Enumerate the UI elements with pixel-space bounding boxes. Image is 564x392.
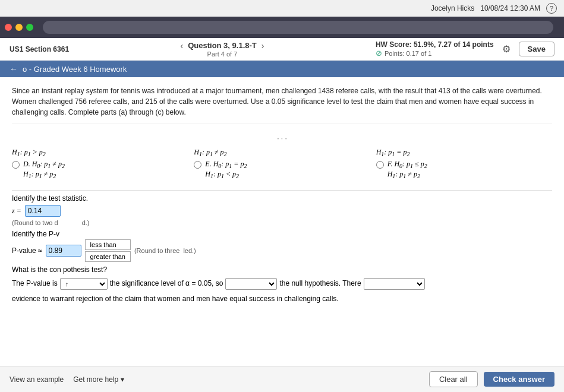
bottom-toolbar: View an example Get more help ▾ Clear al… xyxy=(0,366,564,392)
user-name: Jocelyn Hicks xyxy=(431,4,474,12)
radio-F[interactable] xyxy=(376,161,384,169)
radio-D[interactable] xyxy=(12,161,20,169)
hw-score: HW Score: 51.9%, 7.27 of 14 points xyxy=(376,40,494,49)
content-area: Since an instant replay system for tenni… xyxy=(0,77,564,366)
bottom-left: View an example Get more help ▾ xyxy=(10,375,124,384)
z-input-row: z = xyxy=(12,205,552,217)
section-label: US1 Section 6361 xyxy=(10,45,69,53)
course-name: o - Graded Week 6 Homework xyxy=(23,65,127,74)
points-label: Points: 0.17 of 1 xyxy=(385,50,432,57)
pvalue-row: P-value ≈ xyxy=(12,245,81,257)
top-status-bar: Jocelyn Hicks 10/08/24 12:30 AM ? xyxy=(0,0,564,17)
hypothesis-test-suffix: pothesis test? xyxy=(63,265,107,274)
round-note-2b: led.) xyxy=(183,247,196,254)
app-container: US1 Section 6361 ‹ Question 3, 9.1.8-T ›… xyxy=(0,38,564,392)
z-label: z = xyxy=(12,207,21,216)
problem-text: Since an instant replay system for tenni… xyxy=(12,86,552,124)
option-E[interactable]: E. H0: p1 = p2 H1: p1 < p2 xyxy=(194,160,370,179)
conclusion-middle: the significance level of α = 0.05, so xyxy=(110,277,223,290)
h1-label-3: H1: p1 = p2 xyxy=(376,148,552,157)
option-D[interactable]: D. H0: p1 ≠ p2 H1: p1 ≠ p2 xyxy=(12,160,188,179)
help-icon[interactable]: ? xyxy=(546,3,557,14)
get-more-help-link[interactable]: Get more help ▾ xyxy=(73,375,124,384)
maximize-window-btn[interactable] xyxy=(26,24,33,31)
conclusion-suffix: the null hypothesis. There xyxy=(279,277,361,290)
round-note-1: (Round to two d xyxy=(12,219,58,226)
prev-question-arrow[interactable]: ‹ xyxy=(181,41,184,50)
conclusion-dropdown-1[interactable]: ↑ ↓ xyxy=(60,278,108,290)
conclusion-dropdown-2[interactable]: reject fail to reject xyxy=(225,278,277,290)
conclusion-prefix: The P-value is xyxy=(12,277,58,290)
view-example-link[interactable]: View an example xyxy=(10,375,64,384)
conclusion-row: The P-value is ↑ ↓ the significance leve… xyxy=(12,277,552,305)
hypothesis-col-1: H1: p1 > p2 D. H0: p1 ≠ p2 H1: p1 ≠ p2 xyxy=(12,148,188,182)
clear-all-button[interactable]: Clear all xyxy=(429,371,478,387)
bottom-right: Clear all Check answer xyxy=(429,371,554,387)
datetime: 10/08/24 12:30 AM xyxy=(480,4,540,12)
hypothesis-grid: H1: p1 > p2 D. H0: p1 ≠ p2 H1: p1 ≠ p2 H… xyxy=(12,148,552,182)
h1-label-1: H1: p1 > p2 xyxy=(12,148,188,157)
h1-label-2: H1: p1 ≠ p2 xyxy=(194,148,370,157)
conclusion-end: evidence to warrant rejection of the cla… xyxy=(12,293,339,306)
save-button[interactable]: Save xyxy=(519,42,554,56)
conclusion-question: What is the con pothesis test? xyxy=(12,265,552,274)
next-question-arrow[interactable]: › xyxy=(261,41,264,50)
back-arrow[interactable]: ← xyxy=(10,64,18,74)
test-statistic-label: Identify the test statistic. xyxy=(12,194,552,203)
part-label: Part 4 of 7 xyxy=(207,50,238,58)
z-value-input[interactable] xyxy=(25,205,61,217)
show-more-button[interactable]: · · · xyxy=(277,134,287,143)
question-label: Question 3, 9.1.8-T xyxy=(188,41,257,50)
less-than-option[interactable]: less than xyxy=(85,239,131,250)
gear-icon[interactable]: ⚙ xyxy=(502,43,511,55)
pvalue-input[interactable] xyxy=(46,245,81,257)
option-F[interactable]: F. H0: p1 ≤ p2 H1: p1 ≠ p2 xyxy=(376,160,552,179)
hypothesis-test-prefix: What is the con xyxy=(12,265,61,274)
round-note-2: (Round to three xyxy=(134,247,179,254)
greater-than-option[interactable]: greater than xyxy=(85,251,131,262)
comparison-dropdown-container: less than greater than xyxy=(85,239,131,262)
radio-E[interactable] xyxy=(194,161,201,169)
sub-header: ← o - Graded Week 6 Homework xyxy=(0,61,564,77)
browser-chrome xyxy=(0,17,564,38)
hypothesis-col-3: H1: p1 = p2 F. H0: p1 ≤ p2 H1: p1 ≠ p2 xyxy=(376,148,552,182)
pvalue-prefix: P-value ≈ xyxy=(12,246,42,255)
check-answer-button[interactable]: Check answer xyxy=(484,372,554,387)
close-window-btn[interactable] xyxy=(5,24,12,31)
round-note-1b: d.) xyxy=(82,219,90,226)
minimize-window-btn[interactable] xyxy=(15,24,23,31)
address-bar[interactable] xyxy=(43,21,553,34)
conclusion-dropdown-3[interactable]: is sufficient is not sufficient xyxy=(364,278,425,290)
hypothesis-col-2: H1: p1 ≠ p2 E. H0: p1 = p2 H1: p1 < p2 xyxy=(194,148,370,182)
pvalue-label: Identify the P-v xyxy=(12,230,552,238)
